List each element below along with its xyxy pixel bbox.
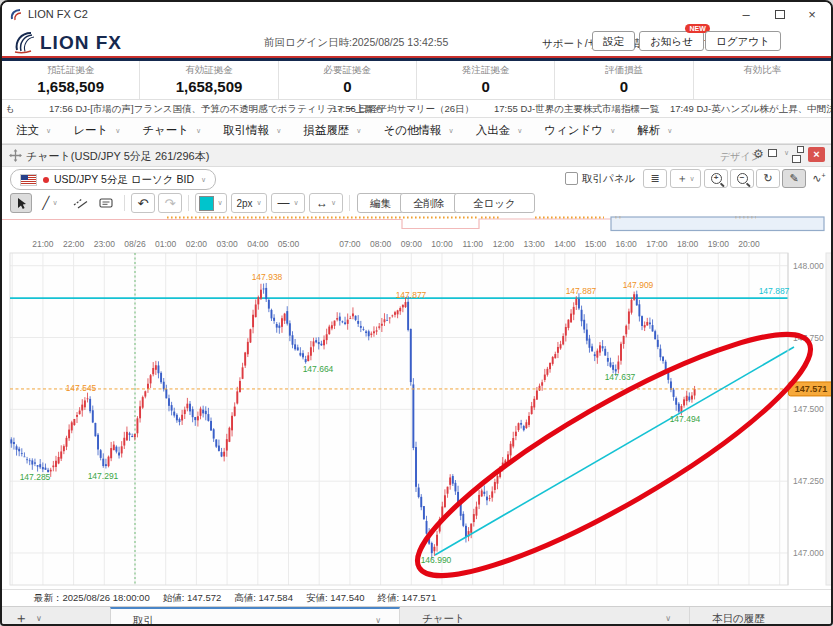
drawing-toolbar: ╱∨ ↶ ↷ ∨ 2px∨ —∨ ↔∨ — [2, 191, 831, 216]
chevron-down-icon: ∨ — [196, 127, 201, 135]
line-width-select[interactable]: 2px∨ — [231, 193, 267, 213]
time-label: 19:00 — [708, 239, 730, 249]
status-part: 始値: 147.572 — [163, 592, 222, 605]
add-tab-button[interactable]: ＋ — [14, 610, 28, 626]
candle-body — [31, 460, 33, 464]
candle-body — [150, 375, 152, 383]
chart-navigator[interactable] — [2, 215, 831, 233]
maximize-button[interactable] — [765, 5, 795, 25]
candle-body — [186, 404, 188, 409]
window-title: LION FX C2 — [28, 8, 88, 20]
candle-body — [617, 362, 619, 370]
close-button[interactable]: × — [797, 5, 827, 25]
chart-canvas[interactable]: 21:0022:0023:0008/2601:0002:0003:0004:00… — [2, 233, 833, 589]
candle-body — [39, 464, 41, 467]
candle-body — [92, 410, 94, 422]
settings-button[interactable]: 設定 — [592, 31, 635, 51]
menu-item-レート[interactable]: レート∨ — [73, 123, 120, 138]
candle-body — [376, 330, 378, 331]
main-menu-bar: 注文∨レート∨チャート∨取引情報∨損益履歴∨その他情報∨入出金∨ウィンドウ∨解析… — [2, 118, 831, 144]
time-label: 16:00 — [616, 239, 638, 249]
footer-tab-本日の履歴[interactable]: 本日の履歴∨ — [690, 607, 833, 626]
candle-body — [223, 452, 225, 457]
menu-item-取引情報[interactable]: 取引情報∨ — [223, 123, 281, 138]
footer-tab-取引[interactable]: 取引∨ — [110, 607, 400, 626]
chart-scrollbar[interactable] — [826, 253, 832, 585]
candle-body — [528, 416, 530, 425]
candle-body — [636, 294, 638, 305]
menu-item-解析[interactable]: 解析∨ — [637, 123, 672, 138]
news-ticker[interactable]: も17:56 DJ-[市場の声]フランス国債、予算の不透明感でボラティリティー上… — [2, 99, 831, 118]
chart-window-titlebar[interactable]: チャート(USD/JPY 5分足 261/296本) デザイン ⚙ ∨ × — [2, 145, 831, 167]
chevron-down-icon: ∨ — [667, 127, 672, 135]
candle-body — [341, 321, 343, 322]
candle-body — [381, 324, 383, 326]
candle-body — [378, 326, 380, 327]
menu-item-入出金[interactable]: 入出金∨ — [476, 123, 523, 138]
crosshair-icon[interactable]: ＋∨ — [670, 169, 701, 188]
parallel-lines-tool[interactable] — [68, 193, 92, 213]
gear-icon[interactable]: ⚙ — [753, 147, 764, 161]
ticker-item[interactable]: 17:55 DJ-世界の主要株式市場指標一覧 — [494, 103, 659, 116]
delete-all-button[interactable]: 全削除 — [400, 193, 458, 213]
move-icon[interactable] — [9, 149, 22, 162]
arrow-style-select[interactable]: ↔∨ — [309, 193, 343, 213]
menu-item-注文[interactable]: 注文∨ — [16, 123, 51, 138]
color-swatch — [199, 196, 214, 211]
menu-item-チャート[interactable]: チャート∨ — [142, 123, 201, 138]
label-tool[interactable] — [94, 193, 118, 213]
candle-body — [173, 412, 175, 416]
line-style-select[interactable]: —∨ — [271, 193, 305, 213]
candle-body — [131, 436, 133, 437]
zoom-out-icon[interactable]: − — [730, 169, 754, 188]
candle-body — [589, 339, 591, 348]
candle-body — [594, 354, 596, 356]
line-tool[interactable]: ╱∨ — [35, 193, 65, 213]
candle-body — [271, 310, 273, 318]
logout-button[interactable]: ログアウト — [705, 31, 781, 51]
current-price-badge-text: 147.571 — [795, 384, 828, 394]
pattern-analysis-icon[interactable]: ∿+ — [808, 169, 830, 188]
ticker-item[interactable]: 17:49 DJ-英ハンズル株が上昇、中間決算と自社株 — [670, 103, 831, 116]
last-login-text: 前回ログイン日時:2025/08/25 13:42:55 — [264, 36, 448, 50]
candle-body — [344, 322, 346, 324]
popout-icon[interactable] — [792, 149, 801, 167]
candle-body — [176, 415, 178, 421]
symbol-selector[interactable]: USD/JPY 5分足 ローソク BID ∨ — [10, 169, 216, 190]
ticker-item[interactable]: 17:56 日経平均サマリー（26日） — [332, 103, 474, 116]
edit-button[interactable]: 編集 — [357, 193, 404, 213]
undo-button[interactable]: ↶ — [131, 193, 155, 213]
account-item: 有効比率 — [694, 61, 831, 99]
navigator-selection-box[interactable] — [611, 217, 824, 231]
candle-body — [181, 415, 183, 421]
candle-body — [678, 404, 680, 412]
color-picker[interactable]: ∨ — [195, 193, 227, 213]
candle-body — [352, 313, 354, 316]
notice-button[interactable]: お知らせ — [639, 31, 704, 51]
menu-item-ウィンドウ[interactable]: ウィンドウ∨ — [544, 123, 615, 138]
draw-mode-icon[interactable]: ✎ — [782, 169, 806, 188]
menu-item-損益履歴[interactable]: 損益履歴∨ — [303, 123, 361, 138]
chevron-down-icon[interactable]: ∨ — [36, 614, 42, 623]
time-label: 08/26 — [124, 239, 146, 249]
candle-body — [144, 391, 146, 396]
candle-body — [478, 495, 480, 505]
footer-tab-チャート[interactable]: チャート∨ — [400, 607, 690, 626]
window-layout-button[interactable]: ∨ — [768, 149, 789, 157]
refresh-icon[interactable]: ↻ — [756, 169, 780, 188]
menu-item-その他情報[interactable]: その他情報∨ — [383, 123, 453, 138]
candle-body — [94, 423, 96, 436]
cursor-tool[interactable] — [10, 193, 32, 213]
lock-all-button[interactable]: 全ロック — [454, 193, 535, 213]
zoom-in-icon[interactable]: + — [704, 169, 728, 188]
ticker-item[interactable]: も — [5, 103, 15, 116]
redo-button[interactable]: ↷ — [158, 193, 182, 213]
candle-body — [118, 453, 120, 456]
chevron-down-icon: ∨ — [115, 127, 120, 135]
minimize-button[interactable]: – — [731, 5, 761, 25]
trade-panel-checkbox[interactable] — [565, 172, 578, 185]
indicator-settings-icon[interactable]: ≣ — [643, 169, 667, 188]
chart-window-close-button[interactable]: × — [808, 147, 825, 162]
candle-body — [121, 446, 123, 453]
candle-body — [249, 329, 251, 342]
